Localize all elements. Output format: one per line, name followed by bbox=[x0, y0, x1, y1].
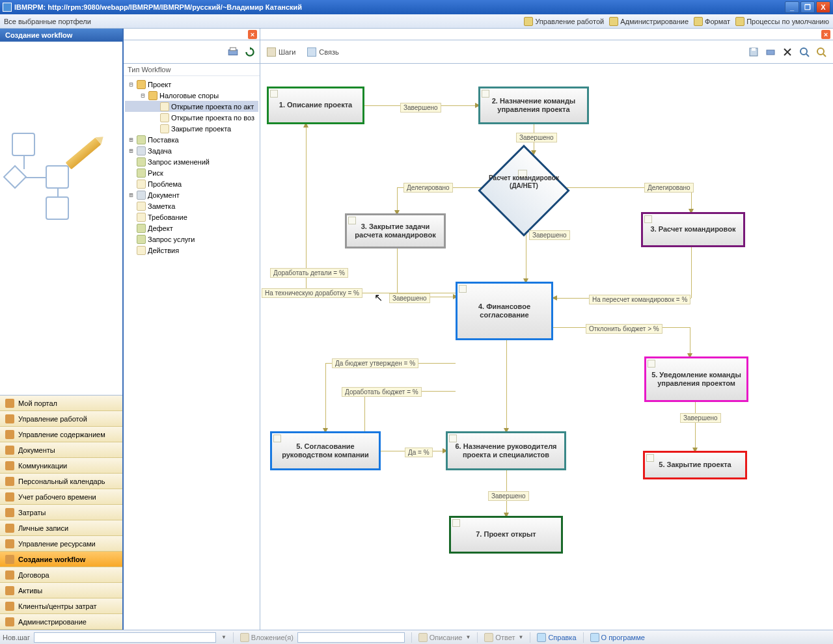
node-label: 5. Согласование руководством компании bbox=[276, 442, 375, 459]
top-admin[interactable]: Администрирование bbox=[609, 17, 689, 26]
workflow-node[interactable]: 3. Закрытие задачи расчета командировок bbox=[345, 213, 446, 248]
nav-item[interactable]: Затраты bbox=[0, 505, 122, 520]
expand-icon[interactable]: ⊞ bbox=[128, 191, 135, 198]
workflow-decision[interactable]: Расчет командировок (ДА/НЕТ) bbox=[482, 148, 566, 233]
nav-item[interactable]: Управление работой bbox=[0, 411, 122, 427]
tree-node-icon bbox=[160, 102, 169, 111]
tree-node-label: Действия bbox=[148, 247, 179, 254]
top-format[interactable]: Формат bbox=[694, 17, 730, 26]
workflow-node[interactable]: 4. Финансовое согласование bbox=[456, 282, 553, 340]
nav-item[interactable]: Документы bbox=[0, 442, 122, 458]
tool-link[interactable]: Связь bbox=[307, 47, 338, 57]
print-icon[interactable] bbox=[765, 47, 776, 57]
print-icon[interactable] bbox=[227, 46, 239, 58]
workflow-node[interactable]: 5. Согласование руководством компании bbox=[270, 431, 381, 470]
tree-row[interactable]: Запрос изменений bbox=[125, 156, 258, 167]
nav-item[interactable]: Коммуникации bbox=[0, 458, 122, 474]
top-manage-work[interactable]: Управление работой bbox=[524, 17, 604, 26]
sidebar: Создание workflow Мой порталУправление р… bbox=[0, 29, 124, 630]
answer-icon bbox=[484, 633, 493, 642]
tree-node-icon bbox=[137, 235, 146, 244]
sidebar-body bbox=[0, 42, 122, 395]
tool-steps[interactable]: Шаги bbox=[267, 47, 295, 57]
node-icon bbox=[459, 285, 467, 293]
nav-item[interactable]: Договора bbox=[0, 567, 122, 583]
zoom-out-icon[interactable] bbox=[816, 47, 826, 57]
canvas-close-button[interactable]: × bbox=[821, 30, 830, 39]
nav-item[interactable]: Управление ресурсами bbox=[0, 536, 122, 552]
tree-row[interactable]: ⊟Налоговые споры bbox=[125, 90, 258, 101]
workflow-node[interactable]: 3. Расчет командировок bbox=[641, 212, 745, 247]
window-title: IBMRPM: http://rpm:9080/webapp/IBMRPM/IB… bbox=[14, 3, 784, 11]
nav-item[interactable]: Создание workflow bbox=[0, 552, 122, 567]
top-default-processes[interactable]: Процессы по умолчанию bbox=[735, 17, 829, 26]
description-link[interactable]: Описание▼ bbox=[418, 633, 471, 642]
refresh-icon[interactable] bbox=[244, 46, 256, 58]
tree-row[interactable]: Заметка bbox=[125, 200, 258, 211]
nav-icon bbox=[5, 492, 14, 502]
help-link[interactable]: Справка bbox=[537, 633, 576, 642]
attachments-link[interactable]: Вложение(я) bbox=[240, 633, 294, 642]
nav-item[interactable]: Активы bbox=[0, 583, 122, 598]
edge-label: Завершено bbox=[529, 230, 570, 240]
maximize-button[interactable]: ❐ bbox=[800, 1, 815, 13]
tree-node-icon bbox=[137, 168, 146, 178]
nav-label: Активы bbox=[18, 587, 42, 595]
workflow-node[interactable]: 5. Уведомление команды управления проект… bbox=[644, 356, 748, 402]
tree-row[interactable]: ⊞Задача bbox=[125, 145, 258, 156]
tree-row[interactable]: ⊞Поставка bbox=[125, 134, 258, 145]
expand-icon[interactable]: ⊟ bbox=[128, 81, 135, 88]
admin-icon bbox=[609, 17, 618, 26]
tree-node-label: Задача bbox=[148, 147, 172, 155]
tree-row[interactable]: ⊞Документ bbox=[125, 189, 258, 200]
tree-node-icon bbox=[137, 202, 146, 211]
nav-item[interactable]: Мой портал bbox=[0, 396, 122, 411]
canvas-area[interactable]: 1. Описание проекта2. Назначение команды… bbox=[260, 64, 833, 630]
nav-item[interactable]: Управление содержанием bbox=[0, 427, 122, 442]
tree-row[interactable]: Открытие проекта по акт bbox=[125, 101, 258, 112]
tree-row[interactable]: ⊟Проект bbox=[125, 79, 258, 90]
tree-row[interactable]: Закрытие проекта bbox=[125, 123, 258, 134]
new-step-dropdown[interactable]: ▼ bbox=[221, 634, 226, 640]
zoom-in-icon[interactable] bbox=[799, 47, 810, 57]
minimize-button[interactable]: _ bbox=[785, 1, 799, 13]
edge-label: Завершено bbox=[389, 293, 430, 303]
expand-icon[interactable]: ⊞ bbox=[128, 136, 135, 143]
workflow-node[interactable]: 1. Описание проекта bbox=[267, 87, 364, 124]
tree-node-icon bbox=[137, 80, 146, 89]
about-link[interactable]: О программе bbox=[590, 633, 645, 642]
tree-node-icon bbox=[160, 113, 169, 122]
tree-row[interactable]: Проблема bbox=[125, 178, 258, 189]
delete-icon[interactable] bbox=[782, 47, 793, 57]
tree-row[interactable]: Запрос услуги bbox=[125, 234, 258, 245]
nav-icon bbox=[5, 461, 14, 470]
workflow-node[interactable]: 7. Проект открыт bbox=[449, 516, 563, 554]
workflow-node[interactable]: 6. Назначение руководителя проекта и спе… bbox=[446, 431, 566, 470]
panel-close-button[interactable]: × bbox=[248, 30, 257, 39]
portfolio-selector[interactable]: Все выбранные портфели bbox=[4, 18, 91, 25]
new-step-input[interactable] bbox=[34, 632, 216, 643]
nav-item[interactable]: Клиенты/центры затрат bbox=[0, 598, 122, 614]
nav-item[interactable]: Личные записи bbox=[0, 520, 122, 536]
nav-label: Администрирование bbox=[18, 618, 87, 626]
edge-label: Завершено bbox=[516, 133, 557, 142]
tree-row[interactable]: Действия bbox=[125, 245, 258, 256]
save-icon[interactable] bbox=[748, 47, 759, 57]
nav-item[interactable]: Персональный календарь bbox=[0, 474, 122, 489]
nav-item[interactable]: Учет рабочего времени bbox=[0, 489, 122, 505]
tree-row[interactable]: Требование bbox=[125, 211, 258, 222]
answer-link[interactable]: Ответ▼ bbox=[484, 633, 523, 642]
nav-icon bbox=[5, 446, 14, 455]
tree-row[interactable]: Риск bbox=[125, 167, 258, 178]
expand-icon[interactable]: ⊞ bbox=[128, 147, 135, 154]
nav-icon bbox=[5, 586, 14, 595]
workflow-node[interactable]: 2. Назначение команды управления проекта bbox=[478, 87, 589, 124]
tree-node-label: Заметка bbox=[148, 202, 175, 210]
workflow-node[interactable]: 5. Закрытие проекта bbox=[643, 451, 747, 479]
tree-row[interactable]: Открытие проекта по воз bbox=[125, 112, 258, 123]
attachments-input[interactable] bbox=[297, 632, 405, 643]
tree-row[interactable]: Дефект bbox=[125, 222, 258, 234]
nav-item[interactable]: Администрирование bbox=[0, 614, 122, 630]
close-button[interactable]: X bbox=[816, 1, 830, 13]
expand-icon[interactable]: ⊟ bbox=[139, 92, 146, 99]
